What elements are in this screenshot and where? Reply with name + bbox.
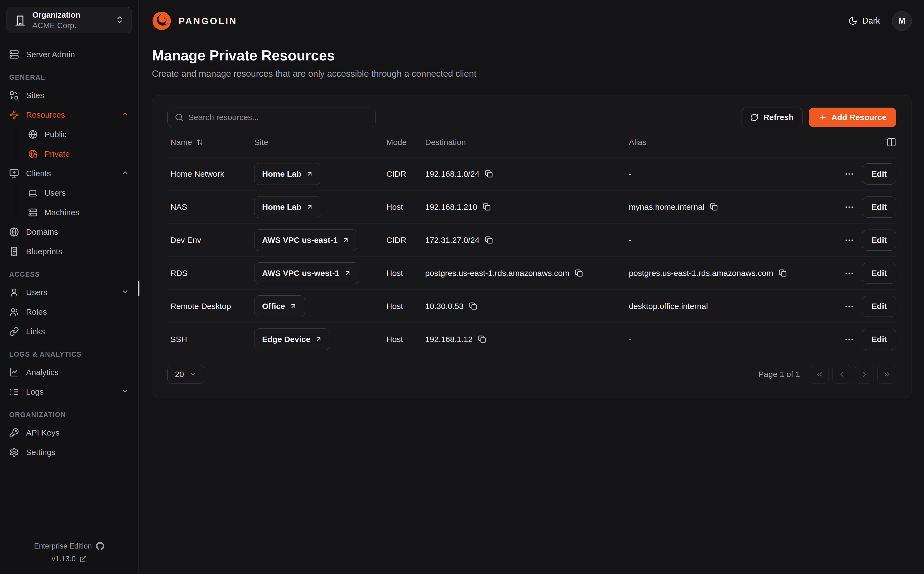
copy-button[interactable] (483, 203, 491, 211)
sidebar-item-private[interactable]: Private (25, 145, 132, 162)
sidebar-item-label: API Keys (26, 428, 59, 437)
sidebar-item-sites[interactable]: Sites (6, 87, 132, 104)
resource-destination: 192.168.1.0/24 (425, 169, 479, 178)
edit-button[interactable]: Edit (862, 197, 896, 218)
last-page-button[interactable] (877, 365, 896, 384)
column-header-name[interactable]: Name (168, 138, 254, 147)
resource-name: SSH (168, 335, 254, 344)
copy-button[interactable] (485, 236, 493, 244)
column-header-alias: Alias (629, 138, 849, 147)
org-text: Organization ACME Corp. (32, 11, 80, 30)
column-visibility-control[interactable] (849, 137, 896, 147)
sidebar-item-links[interactable]: Links (6, 323, 132, 340)
chevron-down-icon (121, 387, 129, 397)
sidebar-item-api-keys[interactable]: API Keys (6, 424, 132, 442)
org-selector[interactable]: Organization ACME Corp. (6, 7, 132, 33)
key-icon (9, 428, 19, 438)
site-link[interactable]: AWS VPC us-east-1 (254, 229, 357, 251)
globe-icon (9, 227, 19, 237)
copy-icon (575, 269, 583, 277)
resource-mode: Host (386, 335, 425, 344)
row-menu-button[interactable] (844, 169, 854, 179)
row-menu-button[interactable] (844, 301, 854, 311)
sidebar-item-resources[interactable]: Resources (6, 106, 132, 124)
sidebar-item-domains[interactable]: Domains (6, 223, 132, 241)
version-label: v1.13.0 (52, 555, 76, 563)
site-link[interactable]: AWS VPC us-west-1 (254, 262, 359, 284)
sidebar-item-server-admin[interactable]: Server Admin (6, 46, 132, 63)
theme-toggle[interactable]: Dark (848, 16, 880, 26)
copy-button[interactable] (485, 170, 493, 178)
card-toolbar: Refresh Add Resource (168, 107, 896, 127)
columns-icon (886, 137, 896, 147)
refresh-button[interactable]: Refresh (741, 107, 803, 127)
sidebar-item-clients[interactable]: Clients (6, 165, 132, 182)
chevron-up-icon (121, 169, 129, 178)
avatar-initial: M (899, 16, 905, 26)
page-size-select[interactable]: 20 (168, 365, 204, 384)
copy-button[interactable] (575, 269, 583, 277)
sidebar-item-logs[interactable]: Logs (6, 383, 132, 401)
site-link[interactable]: Office (254, 295, 305, 317)
row-menu-button[interactable] (844, 235, 854, 245)
sidebar-item-public[interactable]: Public (25, 126, 132, 143)
brand-name: PANGOLIN (179, 16, 237, 26)
avatar[interactable]: M (892, 11, 912, 31)
brand[interactable]: PANGOLIN (152, 11, 237, 31)
site-link[interactable]: Home Lab (254, 163, 321, 185)
row-menu-button[interactable] (844, 202, 854, 212)
pager-buttons (810, 365, 896, 384)
edition-label: Enterprise Edition (34, 542, 92, 550)
sidebar-nav: Server Admin GENERAL Sites Resources (6, 46, 132, 461)
sidebar-item-label: Users (44, 188, 66, 197)
pagination: 20 Page 1 of 1 (168, 365, 896, 384)
copy-icon (485, 170, 493, 178)
resources-card: Refresh Add Resource Name (152, 95, 912, 398)
edit-button[interactable]: Edit (862, 296, 896, 317)
waypoints-icon (9, 110, 19, 120)
pager-right: Page 1 of 1 (758, 365, 896, 384)
copy-button[interactable] (469, 302, 478, 310)
sidebar-item-blueprints[interactable]: Blueprints (6, 243, 132, 260)
next-page-button[interactable] (855, 365, 874, 384)
section-label-access: ACCESS (9, 270, 132, 278)
row-menu-button[interactable] (844, 268, 854, 278)
sidebar-resize-handle[interactable] (138, 281, 139, 296)
laptop-icon (28, 188, 38, 197)
copy-button[interactable] (710, 203, 718, 211)
link-icon (9, 326, 19, 336)
arrow-up-right-icon (290, 303, 297, 310)
resource-mode: CIDR (386, 235, 425, 245)
site-link[interactable]: Edge Device (254, 328, 330, 350)
edit-button[interactable]: Edit (862, 329, 896, 350)
sidebar-item-users[interactable]: Users (6, 284, 132, 301)
column-header-mode: Mode (386, 138, 425, 147)
sidebar-item-settings[interactable]: Settings (6, 444, 132, 461)
resource-mode: Host (386, 202, 425, 212)
monitor-up-icon (9, 169, 19, 178)
resource-name: RDS (168, 268, 254, 278)
copy-button[interactable] (778, 269, 787, 277)
sidebar-item-client-users[interactable]: Users (25, 184, 132, 202)
sidebar-item-analytics[interactable]: Analytics (6, 364, 132, 381)
copy-button[interactable] (478, 335, 486, 343)
row-menu-button[interactable] (844, 334, 854, 344)
site-link[interactable]: Home Lab (254, 196, 321, 218)
add-resource-button[interactable]: Add Resource (809, 107, 896, 127)
edition-row[interactable]: Enterprise Edition (34, 542, 104, 550)
search-input[interactable] (188, 113, 369, 122)
first-page-button[interactable] (810, 365, 829, 384)
sidebar-item-label: Machines (44, 208, 79, 217)
sidebar-item-roles[interactable]: Roles (6, 303, 132, 321)
sidebar-item-label: Server Admin (26, 50, 75, 59)
edit-button[interactable]: Edit (862, 263, 896, 284)
table-row: Dev Env AWS VPC us-east-1 CIDR 172.31.27… (168, 224, 896, 257)
resource-alias: mynas.home.internal (629, 202, 704, 212)
edit-button[interactable]: Edit (862, 230, 896, 251)
prev-page-button[interactable] (832, 365, 851, 384)
resource-destination: 192.168.1.210 (425, 202, 477, 212)
sidebar-item-machines[interactable]: Machines (25, 204, 132, 221)
edit-button[interactable]: Edit (862, 163, 896, 184)
sidebar-item-label: Users (26, 288, 47, 297)
version-row[interactable]: v1.13.0 (52, 555, 87, 563)
